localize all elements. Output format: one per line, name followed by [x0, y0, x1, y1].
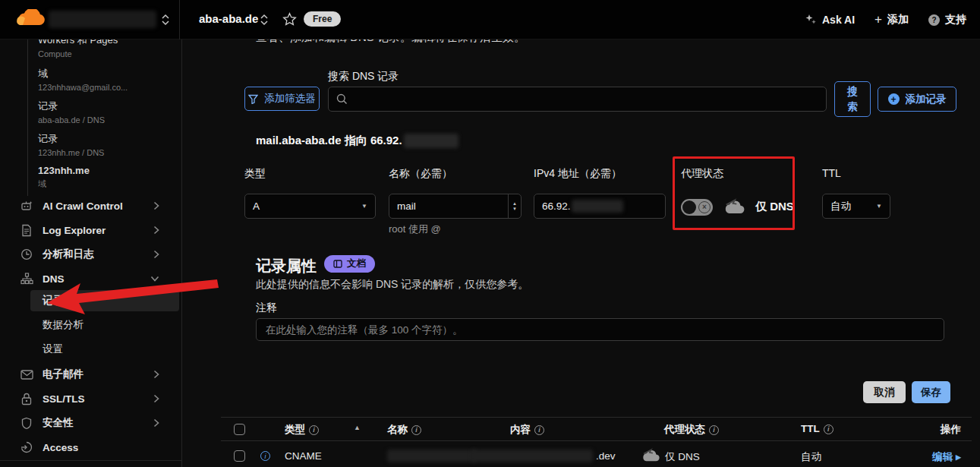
- recent-subtitle: 123nhh.me / DNS: [38, 148, 175, 157]
- sidebar-item-dns[interactable]: DNS: [0, 267, 182, 290]
- plus-icon: +: [874, 12, 882, 27]
- redacted-ipv4-suffix: [572, 200, 623, 213]
- proxy-toggle[interactable]: ×: [681, 199, 713, 216]
- redacted-ip-suffix: [404, 134, 458, 148]
- sidebar-item-label: DNS: [43, 273, 65, 285]
- dns-only-cloud-icon: [723, 198, 745, 216]
- account-selector-icon[interactable]: [161, 14, 170, 26]
- cancel-button[interactable]: 取消: [863, 381, 906, 403]
- row-edit-link[interactable]: 编辑 ▶: [932, 450, 961, 464]
- recent-subtitle: 123nhhawa@gmail.co...: [38, 83, 175, 92]
- sidebar-item-log-explorer[interactable]: Log Explorer: [0, 219, 182, 241]
- sidebar-item-ai-crawl-control[interactable]: AI Crawl Control: [0, 194, 182, 217]
- type-label: 类型: [244, 167, 266, 181]
- sidebar-divider: [0, 460, 182, 461]
- zone-selector-icon[interactable]: [260, 14, 269, 26]
- ttl-select[interactable]: 自动 ▼: [822, 194, 890, 219]
- filter-icon: [248, 94, 258, 104]
- stepper-up-icon[interactable]: ▲: [512, 201, 517, 206]
- edit-label: 编辑: [932, 450, 953, 464]
- type-select[interactable]: A ▼: [244, 194, 376, 219]
- shield-icon: [20, 416, 33, 430]
- redacted-row-name: [387, 450, 477, 462]
- sidebar-item-dns-records[interactable]: 记录: [30, 290, 179, 311]
- proxy-status-label: 代理状态: [681, 167, 723, 181]
- chevron-down-icon: ▼: [361, 203, 367, 210]
- sidebar-item-security[interactable]: 安全性: [0, 412, 182, 434]
- stepper-control[interactable]: ▲ ▼: [508, 194, 521, 218]
- chevron-right-icon: [153, 250, 159, 259]
- stepper-down-icon[interactable]: ▼: [512, 207, 517, 211]
- sparkle-icon: [805, 14, 817, 26]
- sidebar-item-label: SSL/TLS: [43, 393, 85, 405]
- toggle-knob: [682, 200, 696, 214]
- sidebar-recent-domain[interactable]: 域 123nhhawa@gmail.co...: [38, 67, 175, 92]
- sidebar-item-dns-settings[interactable]: 设置: [30, 339, 179, 360]
- recent-subtitle: aba-aba.de / DNS: [38, 115, 175, 125]
- info-icon[interactable]: i: [534, 425, 544, 435]
- info-icon[interactable]: i: [824, 424, 833, 434]
- sort-ascending-icon[interactable]: ▲: [354, 424, 361, 431]
- add-button[interactable]: + 添加: [874, 12, 909, 27]
- topbar-actions: Ask AI + 添加 ? 支持: [805, 0, 966, 39]
- sidebar-item-access[interactable]: Access: [0, 436, 182, 459]
- info-icon[interactable]: i: [411, 425, 421, 435]
- sidebar-item-label: 安全性: [43, 416, 74, 430]
- sidebar-item-analytics-logs[interactable]: 分析和日志: [0, 243, 182, 266]
- sidebar-subitem-label: 数据分析: [43, 318, 84, 332]
- info-icon[interactable]: i: [309, 425, 319, 435]
- dns-only-cloud-icon: [641, 448, 660, 463]
- sidebar-item-label: Access: [43, 442, 78, 453]
- doc-badge[interactable]: 文档: [324, 255, 375, 273]
- sidebar-item-dns-analytics[interactable]: 数据分析: [30, 314, 179, 336]
- column-header-content[interactable]: 内容i: [510, 423, 544, 437]
- document-icon: [20, 223, 33, 237]
- sidebar-subitem-label: 记录: [43, 294, 63, 308]
- support-button[interactable]: ? 支持: [928, 13, 966, 27]
- star-icon[interactable]: [282, 12, 297, 29]
- zone-name[interactable]: aba-aba.de: [199, 12, 258, 25]
- name-input[interactable]: [389, 194, 503, 218]
- topbar-divider: [179, 0, 180, 39]
- column-header-proxy[interactable]: 代理状态i: [664, 423, 719, 437]
- record-pointer-text: mail.aba-aba.de 指向 66.92.: [256, 134, 402, 148]
- ipv4-input[interactable]: 66.92.: [542, 200, 571, 212]
- select-all-checkbox[interactable]: [234, 424, 245, 435]
- sidebar-recent-records-123nhh[interactable]: 记录 123nhh.me / DNS: [38, 132, 175, 157]
- comment-input[interactable]: [256, 318, 944, 341]
- chevron-right-icon: [153, 370, 159, 379]
- sidebar-item-label: Log Explorer: [43, 225, 106, 236]
- sidebar-item-email[interactable]: 电子邮件: [0, 363, 182, 386]
- dns-table-row[interactable]: i CNAME .dev 仅 DNS 自动 编辑 ▶: [221, 441, 972, 467]
- sidebar: Workers 和 Pages Compute 域 123nhhawa@gmai…: [0, 0, 182, 467]
- recent-title: 123nhh.me: [38, 165, 175, 176]
- add-record-button[interactable]: + 添加记录: [878, 87, 956, 112]
- row-checkbox[interactable]: [234, 450, 245, 462]
- search-button[interactable]: 搜索: [834, 81, 871, 117]
- search-input[interactable]: [354, 93, 818, 105]
- info-icon[interactable]: i: [709, 425, 719, 435]
- redacted-account-name[interactable]: [49, 11, 156, 28]
- sidebar-recent-123nhh-domain[interactable]: 123nhh.me 域: [38, 165, 175, 190]
- add-label: 添加: [887, 13, 909, 27]
- record-properties-description: 此处提供的信息不会影响 DNS 记录的解析，仅供您参考。: [256, 278, 528, 292]
- column-header-name[interactable]: 名称i: [387, 423, 421, 437]
- recent-title: 记录: [38, 132, 175, 146]
- add-record-label: 添加记录: [906, 93, 947, 106]
- column-header-type[interactable]: 类型i: [285, 423, 319, 437]
- name-field-wrap: ▲ ▼: [389, 194, 522, 219]
- ask-ai-button[interactable]: Ask AI: [805, 14, 855, 26]
- access-icon: [20, 440, 33, 454]
- record-pointer-line: mail.aba-aba.de 指向 66.92.: [256, 134, 458, 148]
- column-header-actions: 操作: [941, 423, 961, 437]
- ask-ai-label: Ask AI: [822, 14, 855, 26]
- search-dns-label: 搜索 DNS 记录: [328, 70, 399, 84]
- save-button[interactable]: 保存: [912, 381, 950, 403]
- add-filter-button[interactable]: 添加筛选器: [244, 87, 320, 111]
- sidebar-recent-records-abaaba[interactable]: 记录 aba-aba.de / DNS: [38, 99, 175, 125]
- recent-title: 域: [38, 67, 175, 80]
- name-help-text: root 使用 @: [389, 222, 441, 236]
- sidebar-item-ssl-tls[interactable]: SSL/TLS: [0, 387, 182, 410]
- column-header-ttl[interactable]: TTLi: [801, 423, 833, 434]
- row-info-icon[interactable]: i: [260, 451, 270, 461]
